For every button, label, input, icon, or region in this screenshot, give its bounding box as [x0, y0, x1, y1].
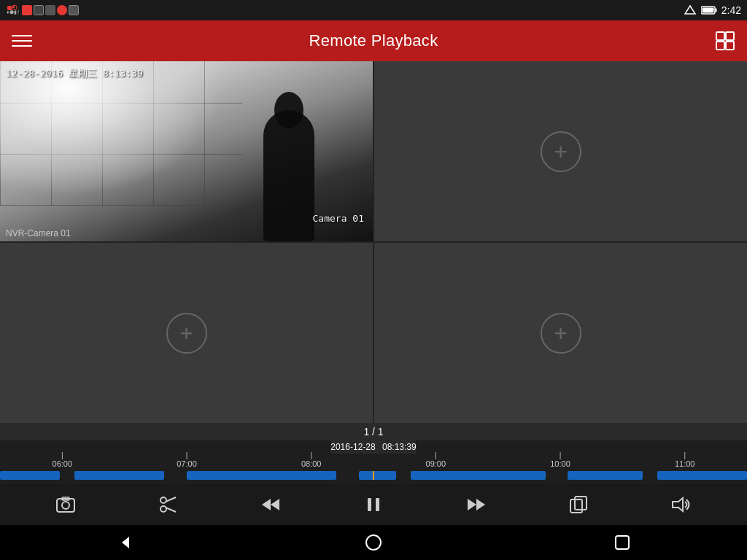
- timeline-time: 08:13:39: [382, 442, 417, 452]
- svg-point-16: [160, 506, 166, 512]
- fastforward-button[interactable]: [460, 489, 492, 521]
- rewind-button[interactable]: [255, 489, 287, 521]
- signal-icon: [684, 4, 697, 17]
- volume-icon: [671, 496, 692, 513]
- playhead[interactable]: [373, 471, 374, 480]
- svg-line-17: [166, 497, 176, 502]
- svg-text:♦⬢▮Ⓝ⬜: ♦⬢▮Ⓝ⬜: [7, 9, 19, 15]
- home-icon: [365, 534, 382, 551]
- timeline-segment-5: [411, 471, 545, 480]
- svg-rect-26: [575, 497, 587, 510]
- add-camera-2-button[interactable]: [541, 131, 581, 172]
- cam1-name: NVR-Camera 01: [6, 228, 71, 238]
- status-app-icons: [22, 5, 79, 15]
- timeline-date: 2016-12-28: [330, 442, 375, 452]
- timeline-segment-4: [359, 471, 396, 480]
- status-right-icons: 2:42: [684, 4, 741, 17]
- back-icon: [116, 534, 133, 551]
- video-grid: 12-28-2016 星期三 8:13:39 Camera 01 NVR-Cam…: [0, 61, 747, 423]
- timeline-datetime: 2016-12-28 08:13:39: [330, 440, 416, 454]
- camera-cell-4[interactable]: [374, 243, 747, 423]
- status-left-icons: ♦⬢▮Ⓝ⬜: [6, 4, 79, 17]
- volume-button[interactable]: [665, 489, 697, 521]
- time-label-0800: 08:00: [249, 452, 374, 468]
- home-button[interactable]: [352, 526, 395, 559]
- copy-icon: [569, 495, 588, 514]
- svg-rect-21: [368, 498, 371, 511]
- timeline-segment-3: [187, 471, 336, 480]
- svg-rect-30: [616, 536, 629, 549]
- svg-marker-23: [468, 499, 476, 510]
- nav-bar: [0, 525, 747, 560]
- svg-marker-19: [262, 499, 271, 510]
- svg-marker-20: [271, 499, 279, 510]
- cam1-timestamp: 12-28-2016 星期三 8:13:39: [6, 67, 143, 80]
- svg-marker-28: [122, 537, 129, 548]
- page-counter-text: 1 / 1: [363, 426, 383, 438]
- status-bar: ♦⬢▮Ⓝ⬜ 2:42: [0, 0, 747, 20]
- screenshot-button[interactable]: [50, 489, 82, 521]
- time-label-0600: 06:00: [0, 452, 125, 468]
- svg-point-29: [366, 535, 381, 550]
- svg-rect-9: [726, 32, 734, 40]
- svg-point-13: [62, 502, 69, 509]
- svg-rect-6: [715, 9, 716, 12]
- time-label-1000: 10:00: [498, 452, 623, 468]
- timeline-segment-7: [657, 471, 747, 480]
- fastforward-icon: [466, 496, 487, 513]
- timeline[interactable]: 2016-12-28 08:13:39 06:00 07:00 08:00 09…: [0, 440, 747, 484]
- back-button[interactable]: [103, 526, 147, 559]
- page-counter: 1 / 1: [0, 423, 747, 440]
- svg-point-15: [160, 497, 166, 503]
- notification-icon: ♦⬢▮Ⓝ⬜: [6, 4, 19, 17]
- battery-icon: [701, 6, 717, 15]
- timeline-labels: 06:00 07:00 08:00 09:00 10:00 11:00: [0, 452, 747, 468]
- cam1-label: Camera 01: [313, 213, 364, 224]
- svg-marker-27: [673, 498, 683, 511]
- time-label-1100: 11:00: [622, 452, 747, 468]
- menu-button[interactable]: [12, 35, 32, 47]
- timeline-segment-6: [568, 471, 642, 480]
- timeline-segment-1: [0, 471, 60, 480]
- app-bar: Remote Playback: [0, 20, 747, 61]
- camera-cell-3[interactable]: [0, 243, 373, 423]
- svg-marker-24: [476, 499, 485, 510]
- pause-icon: [365, 496, 382, 513]
- time-label-0900: 09:00: [374, 452, 498, 468]
- svg-rect-22: [376, 498, 379, 511]
- screenshot-icon: [55, 496, 76, 513]
- copy-button[interactable]: [562, 489, 595, 521]
- svg-marker-4: [685, 6, 695, 14]
- recent-apps-button[interactable]: [600, 526, 644, 559]
- timeline-segment-2: [74, 471, 164, 480]
- clip-button[interactable]: [152, 489, 185, 521]
- svg-rect-8: [716, 32, 724, 40]
- svg-rect-11: [726, 42, 734, 50]
- rewind-icon: [260, 496, 281, 513]
- clip-icon: [158, 494, 179, 515]
- app-title: Remote Playback: [309, 31, 438, 50]
- svg-rect-10: [716, 42, 724, 50]
- timeline-bar[interactable]: [0, 471, 747, 480]
- svg-rect-25: [570, 499, 582, 513]
- add-camera-3-button[interactable]: [166, 313, 207, 354]
- camera-cell-2[interactable]: [374, 61, 747, 241]
- status-time: 2:42: [721, 4, 741, 16]
- recent-apps-icon: [614, 534, 630, 551]
- time-label-0700: 07:00: [125, 452, 249, 468]
- add-camera-4-button[interactable]: [541, 313, 581, 354]
- controls-bar: [0, 484, 747, 525]
- playpause-button[interactable]: [357, 489, 390, 521]
- grid-layout-icon[interactable]: [715, 31, 735, 51]
- camera-cell-1[interactable]: 12-28-2016 星期三 8:13:39 Camera 01 NVR-Cam…: [0, 61, 373, 241]
- svg-rect-7: [702, 8, 713, 13]
- svg-line-18: [166, 508, 176, 512]
